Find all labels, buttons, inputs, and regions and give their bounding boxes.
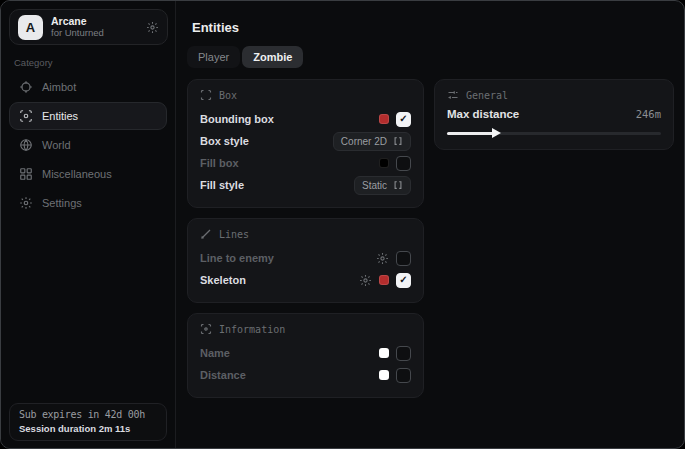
information-card: Information Name Distance <box>187 313 424 398</box>
tab-player[interactable]: Player <box>187 46 240 68</box>
setting-label: Bounding box <box>200 113 379 125</box>
setting-label: Distance <box>200 369 379 381</box>
sidebar-item-world[interactable]: World <box>9 131 167 159</box>
scan-icon <box>200 89 212 101</box>
sidebar-item-miscellaneous[interactable]: Miscellaneous <box>9 160 167 188</box>
box-card-header: Box <box>200 89 411 101</box>
brackets-icon <box>393 180 403 190</box>
crosshair-icon <box>19 80 33 94</box>
setting-row-box-style: Box style Corner 2D <box>200 130 411 152</box>
setting-label: Line to enemy <box>200 252 376 264</box>
box-card: Box Bounding box Box style Corne <box>187 79 424 208</box>
setting-label: Skeleton <box>200 274 359 286</box>
app-subtitle: for Unturned <box>51 28 138 38</box>
sidebar-nav: Aimbot Entities World Miscellaneous <box>9 73 167 217</box>
general-card-header: General <box>447 89 661 101</box>
tab-zombie[interactable]: Zombie <box>242 46 303 68</box>
max-distance-slider[interactable] <box>447 129 661 138</box>
fill-style-dropdown[interactable]: Static <box>354 176 411 195</box>
setting-label: Name <box>200 347 379 359</box>
app-window: A Arcane for Unturned Category Aimbot <box>0 0 685 449</box>
sliders-icon <box>447 89 459 101</box>
right-column: General Max distance 246m <box>434 79 674 150</box>
setting-row-fill-style: Fill style Static <box>200 174 411 196</box>
setting-row-bounding-box: Bounding box <box>200 108 411 130</box>
scan-eye-icon <box>19 109 33 123</box>
settings-gear-icon[interactable] <box>376 252 389 265</box>
color-swatch[interactable] <box>379 114 389 124</box>
checkbox[interactable] <box>396 251 411 266</box>
lines-card-title: Lines <box>219 229 249 240</box>
sidebar-item-label: Entities <box>42 110 78 122</box>
checkbox[interactable] <box>396 112 411 127</box>
entity-tabs: Player Zombie <box>187 46 303 68</box>
color-swatch[interactable] <box>379 348 389 358</box>
checkbox[interactable] <box>396 273 411 288</box>
content: Box Bounding box Box style Corne <box>187 79 672 398</box>
setting-row-distance: Distance <box>200 364 411 386</box>
app-logo-avatar: A <box>18 15 43 40</box>
box-card-title: Box <box>219 90 237 101</box>
setting-label: Fill style <box>200 179 354 191</box>
max-distance-row: Max distance 246m <box>447 108 661 120</box>
dropdown-value: Static <box>362 180 387 191</box>
setting-label: Box style <box>200 135 333 147</box>
app-meta: Arcane for Unturned <box>51 16 138 39</box>
setting-row-line-to-enemy: Line to enemy <box>200 247 411 269</box>
sidebar-item-entities[interactable]: Entities <box>9 102 167 130</box>
lines-card: Lines Line to enemy Skeleton <box>187 218 424 303</box>
main-panel: Entities Player Zombie Box Bounding box <box>177 1 684 448</box>
slider-fill <box>447 132 495 135</box>
sidebar-item-label: Aimbot <box>42 81 76 93</box>
setting-label: Fill box <box>200 157 379 169</box>
color-swatch[interactable] <box>379 275 389 285</box>
max-distance-label: Max distance <box>447 108 636 120</box>
sub-expiry-text: Sub expires in 42d 00h <box>19 409 157 422</box>
general-card-title: General <box>466 90 508 101</box>
sidebar-item-settings[interactable]: Settings <box>9 189 167 217</box>
scan-eye-icon <box>200 323 212 335</box>
sidebar-item-aimbot[interactable]: Aimbot <box>9 73 167 101</box>
left-column: Box Bounding box Box style Corne <box>187 79 424 398</box>
brackets-icon <box>393 136 403 146</box>
checkbox[interactable] <box>396 156 411 171</box>
setting-row-name: Name <box>200 342 411 364</box>
category-label: Category <box>14 57 53 68</box>
general-card: General Max distance 246m <box>434 79 674 150</box>
color-swatch[interactable] <box>379 158 389 168</box>
pencil-line-icon <box>200 228 212 240</box>
slider-thumb[interactable] <box>492 128 501 138</box>
app-name: Arcane <box>51 16 138 28</box>
max-distance-value: 246m <box>636 108 661 120</box>
app-header-card: A Arcane for Unturned <box>9 9 168 45</box>
dropdown-value: Corner 2D <box>341 136 387 147</box>
sidebar: A Arcane for Unturned Category Aimbot <box>1 1 176 448</box>
checkbox[interactable] <box>396 368 411 383</box>
box-style-dropdown[interactable]: Corner 2D <box>333 132 411 151</box>
gear-icon <box>19 196 33 210</box>
checkbox[interactable] <box>396 346 411 361</box>
session-duration-text: Session duration 2m 11s <box>19 423 157 435</box>
subscription-info-box: Sub expires in 42d 00h Session duration … <box>9 403 167 441</box>
lines-card-header: Lines <box>200 228 411 240</box>
information-card-title: Information <box>219 324 285 335</box>
sidebar-item-label: World <box>42 139 71 151</box>
page-title: Entities <box>192 20 239 35</box>
setting-row-skeleton: Skeleton <box>200 269 411 291</box>
sidebar-item-label: Settings <box>42 197 82 209</box>
gear-icon[interactable] <box>146 21 159 34</box>
setting-row-fill-box: Fill box <box>200 152 411 174</box>
settings-gear-icon[interactable] <box>359 274 372 287</box>
information-card-header: Information <box>200 323 411 335</box>
grid-icon <box>19 167 33 181</box>
color-swatch[interactable] <box>379 370 389 380</box>
sidebar-item-label: Miscellaneous <box>42 168 112 180</box>
globe-icon <box>19 138 33 152</box>
